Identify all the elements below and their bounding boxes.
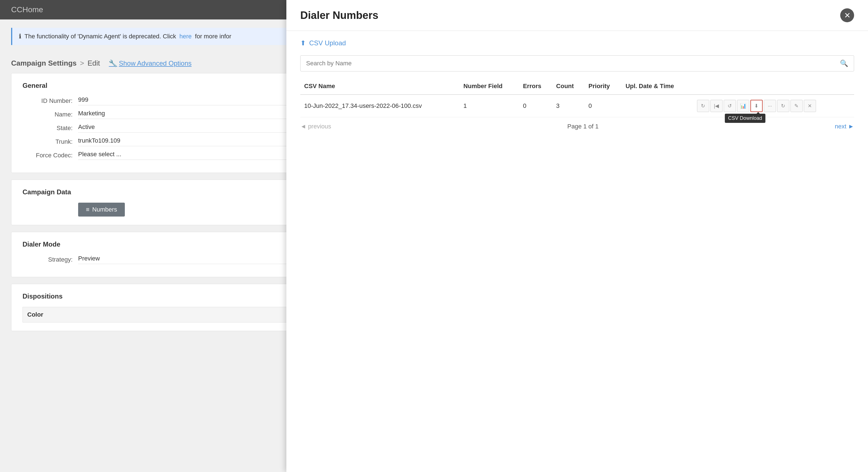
col-csv-name: CSV Name xyxy=(300,78,460,95)
upload-icon: ⬆ xyxy=(300,39,306,47)
notice-text: The functionality of 'Dynamic Agent' is … xyxy=(25,33,176,40)
count-cell: 3 xyxy=(552,95,584,117)
modal-close-button[interactable]: ✕ xyxy=(840,8,854,22)
upl-date-time-cell xyxy=(622,95,693,117)
numbers-button[interactable]: ≡ Numbers xyxy=(78,202,125,217)
chart-btn[interactable]: 📊 xyxy=(737,100,749,112)
trunk-label: Trunk: xyxy=(23,138,78,146)
col-errors: Errors xyxy=(519,78,552,95)
notice-icon: ℹ xyxy=(19,33,21,40)
number-field-cell: 1 xyxy=(460,95,519,117)
more-btn[interactable]: ··· xyxy=(764,100,776,112)
id-number-label: ID Number: xyxy=(23,97,78,104)
breadcrumb-edit: Edit xyxy=(88,59,100,67)
search-input[interactable] xyxy=(306,60,840,67)
csv-name-cell: 10-Jun-2022_17.34-users-2022-06-100.csv xyxy=(300,95,460,117)
col-priority: Priority xyxy=(585,78,622,95)
csv-upload-label: CSV Upload xyxy=(309,39,346,47)
search-icon: 🔍 xyxy=(840,60,848,67)
first-btn[interactable]: |◀ xyxy=(710,100,722,112)
edit-btn[interactable]: ✎ xyxy=(790,100,803,112)
csv-download-tooltip: CSV Download xyxy=(725,114,766,123)
priority-cell: 0 xyxy=(585,95,622,117)
app-title: CCHome xyxy=(11,5,43,14)
force-codec-label: Force Codec: xyxy=(23,152,78,159)
name-label: Name: xyxy=(23,111,78,118)
col-number-field: Number Field xyxy=(460,78,519,95)
notice-link[interactable]: here xyxy=(179,33,192,40)
page-info: Page 1 of 1 xyxy=(567,123,599,130)
table-row: 10-Jun-2022_17.34-users-2022-06-100.csv … xyxy=(300,95,854,117)
show-advanced-options-link[interactable]: 🔧 Show Advanced Options xyxy=(109,60,192,67)
dialer-numbers-table: CSV Name Number Field Errors Count Prior… xyxy=(300,78,854,117)
refresh2-btn[interactable]: ↺ xyxy=(724,100,736,112)
dialer-numbers-modal: Dialer Numbers ✕ ⬆ CSV Upload 🔍 CSV Name… xyxy=(286,0,868,472)
wrench-icon: 🔧 xyxy=(109,60,117,67)
advanced-options-label: Show Advanced Options xyxy=(119,60,192,67)
breadcrumb-campaign-settings[interactable]: Campaign Settings xyxy=(11,59,76,67)
notice-text-after: for more infor xyxy=(195,33,231,40)
state-label: State: xyxy=(23,125,78,132)
refresh3-btn[interactable]: ↻ xyxy=(777,100,789,112)
col-upl-date-time: Upl. Date & Time xyxy=(622,78,693,95)
delete-btn[interactable]: ✕ xyxy=(804,100,816,112)
csv-upload-link[interactable]: ⬆ CSV Upload xyxy=(300,39,854,47)
csv-download-btn[interactable]: ⬇ xyxy=(750,100,763,112)
actions-cell: ↻ |◀ ↺ 📊 ⬇ CSV Download ··· ↻ ✎ ✕ xyxy=(693,95,854,117)
errors-cell: 0 xyxy=(519,95,552,117)
strategy-label: Strategy: xyxy=(23,256,78,263)
previous-page-btn[interactable]: ◄ previous xyxy=(300,123,331,130)
next-page-btn[interactable]: next ► xyxy=(835,123,854,130)
modal-title: Dialer Numbers xyxy=(300,9,378,22)
numbers-icon: ≡ xyxy=(86,206,90,213)
search-button[interactable]: 🔍 xyxy=(840,60,848,67)
refresh-btn[interactable]: ↻ xyxy=(697,100,709,112)
breadcrumb-separator: > xyxy=(80,59,84,67)
col-actions xyxy=(693,78,854,95)
col-count: Count xyxy=(552,78,584,95)
numbers-label: Numbers xyxy=(92,206,117,213)
